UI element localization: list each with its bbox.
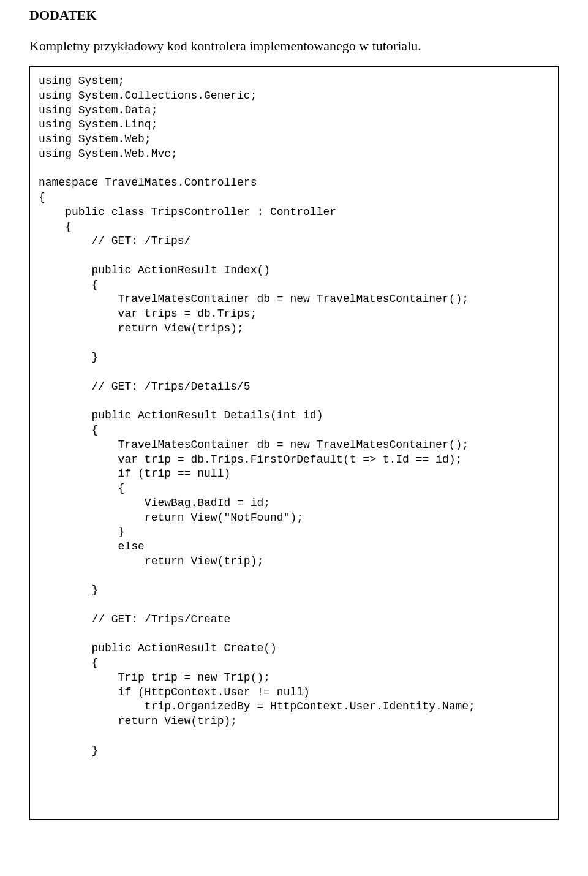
page-heading: DODATEK xyxy=(29,7,559,23)
document-page: DODATEK Kompletny przykładowy kod kontro… xyxy=(0,0,588,876)
intro-paragraph: Kompletny przykładowy kod kontrolera imp… xyxy=(29,38,559,54)
code-listing: using System; using System.Collections.G… xyxy=(29,66,559,820)
